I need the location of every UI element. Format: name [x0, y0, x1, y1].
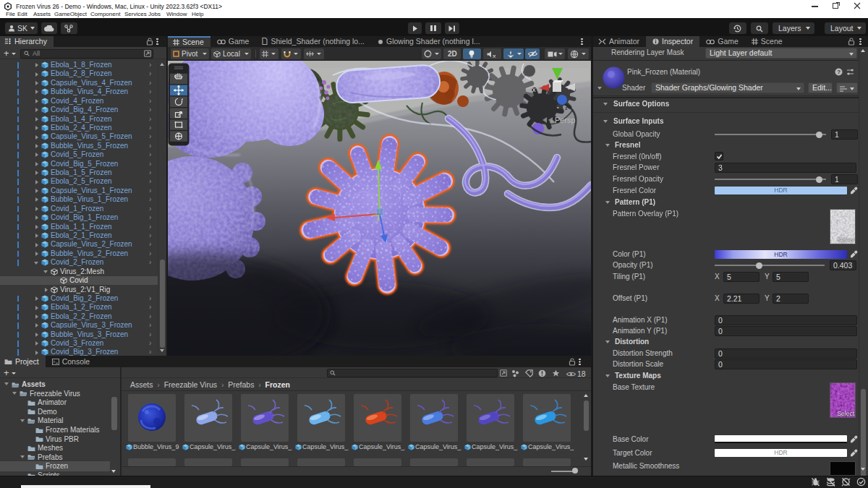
svg-text:?: ? — [837, 69, 841, 75]
svg-text:z: z — [565, 105, 568, 111]
svg-text:x: x — [532, 86, 536, 93]
svg-text:Persp: Persp — [555, 116, 576, 124]
